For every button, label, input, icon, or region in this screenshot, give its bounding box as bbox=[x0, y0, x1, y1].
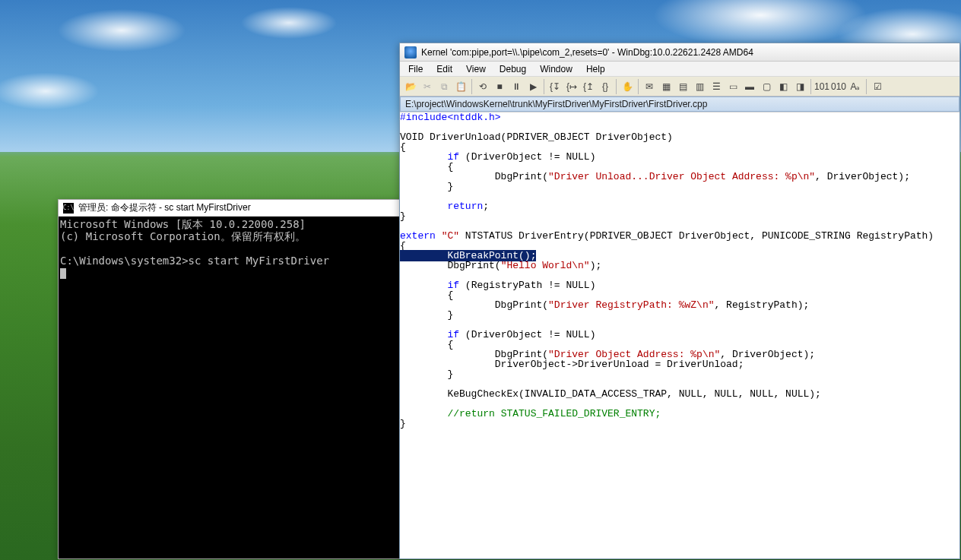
mail-icon[interactable]: ✉ bbox=[641, 78, 658, 95]
restart-icon[interactable]: ⟲ bbox=[474, 78, 491, 95]
copy-icon[interactable]: ⧉ bbox=[436, 78, 452, 95]
registers-icon[interactable]: ▦ bbox=[658, 78, 674, 95]
windbg-path-text: E:\project\WindowsKernel\trunk\MyFirstDr… bbox=[405, 99, 707, 109]
toolbar-separator bbox=[471, 79, 472, 94]
step-out-icon[interactable]: {↥ bbox=[580, 78, 597, 95]
windbg-menubar[interactable]: FileEditViewDebugWindowHelp bbox=[400, 62, 959, 77]
go-icon[interactable]: ▶ bbox=[525, 78, 541, 95]
bits-off-icon[interactable]: 010 bbox=[830, 78, 847, 95]
menu-debug[interactable]: Debug bbox=[493, 62, 533, 76]
windbg-title: Kernel 'com:pipe,port=\\.\pipe\com_2,res… bbox=[421, 47, 753, 58]
menu-file[interactable]: File bbox=[401, 62, 430, 76]
stop-icon[interactable]: ■ bbox=[491, 78, 508, 95]
cmd-client-area[interactable]: Microsoft Windows [版本 10.0.22000.258] (c… bbox=[59, 217, 401, 558]
windbg-titlebar[interactable]: Kernel 'com:pipe,port=\\.\pipe\com_2,res… bbox=[400, 43, 959, 62]
step-over-icon[interactable]: {↦ bbox=[563, 78, 580, 95]
threads-icon[interactable]: ◨ bbox=[791, 78, 808, 95]
break-icon[interactable]: ⏸ bbox=[508, 78, 525, 95]
paste-icon[interactable]: 📋 bbox=[452, 78, 469, 95]
callstack-icon[interactable]: ☰ bbox=[708, 78, 725, 95]
toolbar-separator bbox=[544, 79, 544, 94]
options-icon[interactable]: ☑ bbox=[869, 78, 886, 95]
cmd-window[interactable]: C:\ 管理员: 命令提示符 - sc start MyFirstDriver … bbox=[58, 199, 402, 559]
font-icon[interactable]: Aₐ bbox=[847, 78, 864, 95]
windbg-window[interactable]: Kernel 'com:pipe,port=\\.\pipe\com_2,res… bbox=[399, 43, 960, 559]
menu-help[interactable]: Help bbox=[579, 62, 612, 76]
cmd-titlebar[interactable]: C:\ 管理员: 命令提示符 - sc start MyFirstDriver bbox=[59, 200, 401, 217]
windbg-icon bbox=[404, 46, 417, 59]
toolbar-separator bbox=[638, 79, 639, 94]
hand-icon[interactable]: ✋ bbox=[619, 78, 636, 95]
toolbar-separator bbox=[866, 79, 867, 94]
bits-on-icon[interactable]: 101 bbox=[814, 78, 830, 95]
cmd-title: 管理员: 命令提示符 - sc start MyFirstDriver bbox=[78, 201, 251, 214]
menu-window[interactable]: Window bbox=[533, 62, 579, 76]
menu-edit[interactable]: Edit bbox=[430, 62, 459, 76]
cmd-cursor bbox=[60, 268, 66, 279]
menu-view[interactable]: View bbox=[459, 62, 493, 76]
windbg-toolbar[interactable]: 📂✂⧉📋⟲■⏸▶{↧{↦{↥{}✋✉▦▤▥☰▭▬▢◧◨101010Aₐ☑ bbox=[400, 77, 959, 96]
memory-icon[interactable]: ▬ bbox=[741, 78, 758, 95]
step-into-icon[interactable]: {↧ bbox=[547, 78, 563, 95]
run-to-icon[interactable]: {} bbox=[597, 78, 614, 95]
toolbar-separator bbox=[616, 79, 617, 94]
command-icon[interactable]: ▢ bbox=[758, 78, 775, 95]
windbg-document-path: E:\project\WindowsKernel\trunk\MyFirstDr… bbox=[400, 96, 959, 112]
windbg-source-view[interactable]: #include<ntddk.h> VOID DriverUnload(PDRI… bbox=[400, 112, 959, 558]
open-icon[interactable]: 📂 bbox=[402, 78, 419, 95]
processes-icon[interactable]: ◧ bbox=[775, 78, 791, 95]
cut-icon[interactable]: ✂ bbox=[419, 78, 436, 95]
locals-icon[interactable]: ▤ bbox=[674, 78, 691, 95]
disasm-icon[interactable]: ▭ bbox=[725, 78, 741, 95]
cmd-icon: C:\ bbox=[63, 203, 74, 214]
toolbar-separator bbox=[810, 79, 811, 94]
watch-icon[interactable]: ▥ bbox=[691, 78, 708, 95]
